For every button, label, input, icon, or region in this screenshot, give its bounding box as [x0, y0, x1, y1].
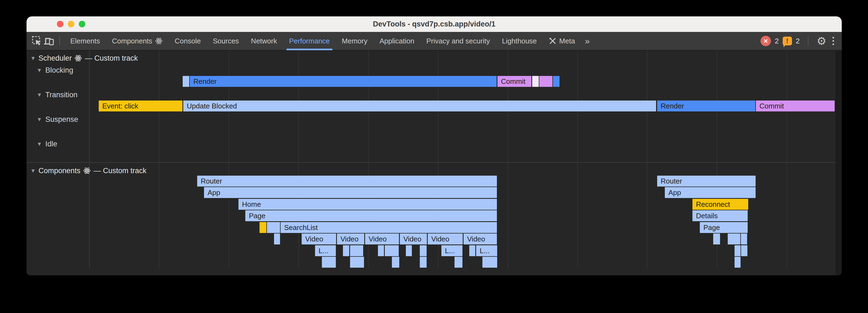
flame-bar-home[interactable]: Home: [239, 199, 497, 210]
flame-bar-l-[interactable]: L...: [315, 245, 336, 256]
flame-bar-segment[interactable]: [735, 245, 741, 256]
flame-bar-segment[interactable]: [741, 234, 747, 244]
tab-meta[interactable]: Meta: [543, 32, 581, 50]
devtools-tabbar: Elements Components Console Sources Netw…: [27, 32, 842, 50]
timeline-gridline: [647, 50, 648, 269]
timeline-gridline: [577, 50, 578, 269]
devtools-window: DevTools - qsvd7p.csb.app/video/1 Elemen…: [27, 16, 842, 275]
tab-console[interactable]: Console: [169, 32, 207, 50]
subtrack-transition[interactable]: ▼ Transition: [37, 91, 78, 99]
error-count: 2: [775, 37, 779, 45]
flame-bar-render[interactable]: Render: [657, 101, 755, 111]
flame-bar-segment[interactable]: [420, 245, 427, 256]
track-section-divider: [27, 162, 835, 163]
flame-bar-segment[interactable]: [469, 245, 475, 256]
flame-bar-router[interactable]: Router: [657, 176, 755, 186]
flame-bar-segment[interactable]: [420, 257, 427, 268]
tab-lighthouse[interactable]: Lighthouse: [496, 32, 543, 50]
flame-bar-commit[interactable]: Commit: [756, 101, 835, 111]
flame-bar-segment[interactable]: [385, 245, 399, 256]
kebab-menu-icon[interactable]: [830, 37, 836, 45]
flame-bar-video[interactable]: Video: [400, 234, 427, 244]
flame-bar-segment[interactable]: [532, 76, 539, 87]
device-toolbar-icon[interactable]: [43, 35, 55, 47]
subtrack-suspense[interactable]: ▼ Suspense: [37, 115, 78, 124]
timeline-gridline: [786, 50, 787, 269]
flame-bar-video[interactable]: Video: [302, 234, 336, 244]
flame-bar-app[interactable]: App: [665, 187, 755, 198]
warning-badge-icon[interactable]: !: [783, 37, 792, 45]
collapse-triangle-icon[interactable]: ▼: [30, 168, 36, 174]
collapse-triangle-icon[interactable]: ▼: [37, 67, 42, 73]
react-atom-icon: [74, 54, 82, 62]
timeline-gridline: [159, 50, 159, 269]
tab-privacy-and-security[interactable]: Privacy and security: [420, 32, 496, 50]
flame-bar-commit[interactable]: Commit: [497, 76, 531, 87]
flame-bar-segment[interactable]: [350, 257, 364, 268]
tab-memory[interactable]: Memory: [336, 32, 374, 50]
flame-bar-segment[interactable]: [183, 76, 189, 87]
flame-bar-segment[interactable]: [392, 257, 399, 268]
react-atom-icon: [83, 167, 91, 175]
flame-bar-event-click[interactable]: Event: click: [99, 101, 182, 111]
flame-bar-segment[interactable]: [350, 245, 363, 256]
components-track-heading[interactable]: ▼ Components — Custom track: [30, 166, 146, 175]
warning-count: 2: [796, 37, 800, 45]
performance-timeline[interactable]: ▼ Scheduler — Custom track ▼ Blocking ▼ …: [27, 50, 842, 275]
scheduler-track-heading[interactable]: ▼ Scheduler — Custom track: [30, 54, 138, 63]
collapse-triangle-icon[interactable]: ▼: [37, 116, 42, 123]
flame-bar-render[interactable]: Render: [190, 76, 497, 87]
selected-tab-underline: [286, 48, 333, 50]
tab-performance[interactable]: Performance: [283, 32, 336, 50]
scrollbar-gutter[interactable]: [835, 50, 842, 275]
flame-bar-segment[interactable]: [713, 234, 720, 244]
flame-bar-segment[interactable]: [274, 234, 280, 244]
flame-bar-video[interactable]: Video: [365, 234, 399, 244]
flame-bar-segment[interactable]: [553, 76, 560, 87]
tab-elements[interactable]: Elements: [64, 32, 106, 50]
flame-bar-reconnect[interactable]: Reconnect: [692, 199, 748, 210]
inspect-element-icon[interactable]: [31, 35, 43, 47]
flame-bar-update-blocked[interactable]: Update Blocked: [183, 101, 656, 111]
flame-bar-details[interactable]: Details: [692, 210, 748, 221]
flame-bar-page[interactable]: Page: [245, 210, 497, 221]
subtrack-blocking[interactable]: ▼ Blocking: [37, 66, 73, 75]
tab-sources[interactable]: Sources: [207, 32, 245, 50]
flame-bar-segment[interactable]: [735, 257, 741, 268]
flame-bar-segment[interactable]: [539, 76, 552, 87]
flame-bar-segment[interactable]: [343, 245, 349, 256]
tab-network[interactable]: Network: [245, 32, 283, 50]
toolbar-divider: [59, 36, 60, 46]
flame-bar-segment[interactable]: [378, 245, 384, 256]
more-tabs-chevron-icon[interactable]: »: [581, 36, 594, 46]
flame-bar-segment[interactable]: [267, 222, 280, 233]
flame-bar-segment[interactable]: [483, 257, 497, 268]
tab-components[interactable]: Components: [106, 32, 168, 50]
flame-bar-segment[interactable]: [455, 257, 462, 268]
flame-bar-segment[interactable]: [741, 245, 747, 256]
flame-bar-app[interactable]: App: [204, 187, 497, 198]
meta-tools-icon: [549, 37, 557, 45]
flame-bar-l-[interactable]: L...: [476, 245, 497, 256]
flame-bar-l-[interactable]: L...: [441, 245, 462, 256]
flame-bar-page[interactable]: Page: [700, 222, 748, 233]
tab-application[interactable]: Application: [374, 32, 420, 50]
collapse-triangle-icon[interactable]: ▼: [37, 92, 42, 98]
tabbar-right-controls: × 2 ! 2 ⚙: [761, 35, 836, 46]
collapse-triangle-icon[interactable]: ▼: [30, 55, 36, 62]
flame-bar-video[interactable]: Video: [337, 234, 364, 244]
react-atom-icon: [155, 37, 163, 45]
subtrack-idle[interactable]: ▼ Idle: [37, 140, 57, 148]
flame-bar-segment[interactable]: [322, 257, 336, 268]
window-title: DevTools - qsvd7p.csb.app/video/1: [27, 16, 842, 32]
error-badge-icon[interactable]: ×: [761, 36, 771, 46]
flame-bar-segment[interactable]: [406, 245, 412, 256]
settings-gear-icon[interactable]: ⚙: [816, 35, 827, 46]
flame-bar-searchlist[interactable]: SearchList: [281, 222, 497, 233]
collapse-triangle-icon[interactable]: ▼: [37, 141, 42, 147]
flame-bar-segment[interactable]: [728, 234, 740, 244]
flame-bar-segment[interactable]: [259, 222, 266, 233]
flame-bar-router[interactable]: Router: [197, 176, 497, 186]
flame-bar-video[interactable]: Video: [464, 234, 497, 244]
flame-bar-video[interactable]: Video: [428, 234, 463, 244]
